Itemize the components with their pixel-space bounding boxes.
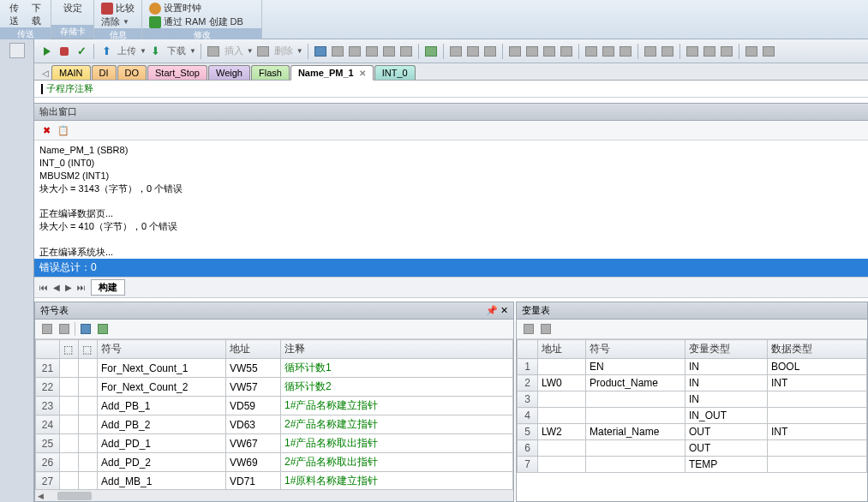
- cell-datatype[interactable]: INT: [768, 375, 867, 391]
- cell-comment[interactable]: 1#产品名称建立指针: [281, 397, 513, 415]
- card-settings[interactable]: 设定: [63, 2, 82, 15]
- insert-button[interactable]: [206, 44, 221, 59]
- build-tab[interactable]: 构建: [91, 279, 125, 296]
- nav-first[interactable]: ⏮: [39, 283, 48, 292]
- upload-button[interactable]: ⬆: [99, 44, 114, 59]
- tb-icon-9[interactable]: [465, 44, 481, 59]
- tb-icon-5[interactable]: [381, 44, 397, 59]
- cell-address[interactable]: [538, 440, 586, 457]
- transfer-download[interactable]: 下载: [29, 2, 45, 27]
- cell-datatype[interactable]: [768, 440, 867, 457]
- tab-nav-prev[interactable]: ◁: [39, 66, 51, 80]
- tb-icon-13[interactable]: [542, 44, 557, 59]
- var-tb-1[interactable]: [522, 322, 536, 336]
- cell-vartype[interactable]: IN_OUT: [685, 408, 768, 424]
- cell-address[interactable]: VD71: [226, 472, 281, 490]
- dropdown-icon[interactable]: ▼: [247, 47, 254, 55]
- table-row[interactable]: 5LW2Material_NameOUTINT: [518, 424, 867, 440]
- tab-flash[interactable]: Flash: [251, 65, 290, 80]
- col-datatype[interactable]: 数据类型: [768, 340, 867, 359]
- col-address[interactable]: 地址: [538, 340, 586, 359]
- table-row[interactable]: 27Add_MB_1VD711#原料名称建立指针: [36, 472, 513, 490]
- delete-button[interactable]: [255, 44, 271, 59]
- cell-address[interactable]: [538, 359, 586, 375]
- sym-tb-4[interactable]: [96, 322, 110, 336]
- cell-datatype[interactable]: [768, 408, 867, 424]
- set-clock-button[interactable]: 设置时钟: [149, 2, 201, 15]
- compile-button[interactable]: ✓: [74, 44, 89, 59]
- tb-icon-4[interactable]: [364, 44, 380, 59]
- table-row[interactable]: 22For_Next_Count_2VW57循环计数2: [36, 378, 513, 397]
- table-row[interactable]: 25Add_PD_1VW671#产品名称取出指针: [36, 434, 513, 453]
- col-icon1[interactable]: ⬚: [60, 340, 79, 359]
- cell-symbol[interactable]: For_Next_Count_1: [98, 359, 226, 378]
- cell-vartype[interactable]: IN: [685, 391, 768, 408]
- dropdown-icon[interactable]: ▼: [140, 47, 147, 55]
- tab-int_0[interactable]: INT_0: [374, 65, 416, 80]
- cell-address[interactable]: VD63: [226, 415, 281, 434]
- tb-icon-7[interactable]: [423, 44, 439, 59]
- cell-address[interactable]: VW57: [226, 378, 281, 397]
- tb-icon-12[interactable]: [524, 44, 540, 59]
- cell-datatype[interactable]: [768, 391, 867, 408]
- cell-address[interactable]: LW2: [538, 424, 586, 440]
- col-vartype[interactable]: 变量类型: [685, 340, 768, 359]
- cell-address[interactable]: VW69: [226, 453, 281, 472]
- tb-icon-2[interactable]: [330, 44, 345, 59]
- nav-last[interactable]: ⏭: [77, 283, 86, 292]
- sym-tb-3[interactable]: [79, 322, 93, 336]
- cell-symbol[interactable]: [586, 408, 685, 424]
- cell-comment[interactable]: 2#产品名称建立指针: [281, 415, 513, 434]
- tab-main[interactable]: MAIN: [51, 65, 91, 80]
- cell-symbol[interactable]: Material_Name: [586, 424, 685, 440]
- cell-address[interactable]: [538, 457, 586, 473]
- tab-do[interactable]: DO: [117, 65, 147, 80]
- col-rownum[interactable]: [518, 340, 538, 359]
- cell-vartype[interactable]: OUT: [685, 440, 768, 457]
- col-rownum[interactable]: [36, 340, 60, 359]
- cell-comment[interactable]: 2#产品名称取出指针: [281, 453, 513, 472]
- var-grid[interactable]: 地址 符号 变量类型 数据类型 1ENINBOOL2LW0Product_Nam…: [517, 339, 867, 501]
- tb-icon-6[interactable]: [398, 44, 414, 59]
- tab-close-icon[interactable]: ✕: [359, 69, 366, 78]
- col-comment[interactable]: 注释: [281, 340, 513, 359]
- cell-datatype[interactable]: INT: [768, 424, 867, 440]
- cell-symbol[interactable]: [586, 440, 685, 457]
- cell-symbol[interactable]: Add_PB_2: [98, 415, 226, 434]
- col-icon2[interactable]: ⬚: [79, 340, 98, 359]
- dropdown-icon[interactable]: ▼: [189, 47, 196, 55]
- nav-next[interactable]: ▶: [65, 283, 72, 292]
- compare-button[interactable]: 比较: [101, 2, 135, 15]
- table-row[interactable]: 2LW0Product_NameININT: [518, 375, 867, 391]
- comment-line[interactable]: 子程序注释: [34, 81, 868, 98]
- cell-symbol[interactable]: Add_PD_1: [98, 434, 226, 453]
- cell-comment[interactable]: 循环计数2: [281, 378, 513, 397]
- table-row[interactable]: 3IN: [518, 391, 867, 408]
- col-symbol[interactable]: 符号: [98, 340, 226, 359]
- cell-vartype[interactable]: IN: [685, 375, 768, 391]
- tb-icon-14[interactable]: [559, 44, 574, 59]
- cell-symbol[interactable]: [586, 391, 685, 408]
- cell-vartype[interactable]: IN: [685, 359, 768, 375]
- tb-icon-22[interactable]: [719, 44, 734, 59]
- cell-symbol[interactable]: Add_MB_1: [98, 472, 226, 490]
- cell-comment[interactable]: 循环计数1: [281, 359, 513, 378]
- nav-prev[interactable]: ◀: [53, 283, 60, 292]
- dropdown-icon[interactable]: ▼: [296, 47, 303, 55]
- tb-icon-11[interactable]: [507, 44, 523, 59]
- tb-icon-18[interactable]: [643, 44, 658, 59]
- close-icon[interactable]: ✕: [500, 305, 508, 315]
- tb-icon-1[interactable]: [313, 44, 328, 59]
- cell-symbol[interactable]: EN: [586, 359, 685, 375]
- tb-icon-10[interactable]: [482, 44, 498, 59]
- symbol-grid[interactable]: ⬚ ⬚ 符号 地址 注释 21For_Next_Count_1VW55循环计数1…: [35, 339, 513, 489]
- table-row[interactable]: 26Add_PD_2VW692#产品名称取出指针: [36, 453, 513, 472]
- tb-icon-24[interactable]: [761, 44, 776, 59]
- tab-name_pm_1[interactable]: Name_PM_1✕: [290, 65, 374, 81]
- cell-address[interactable]: LW0: [538, 375, 586, 391]
- run-button[interactable]: [39, 44, 55, 59]
- tb-icon-23[interactable]: [744, 44, 759, 59]
- cell-datatype[interactable]: [768, 457, 867, 473]
- cell-address[interactable]: VD59: [226, 397, 281, 415]
- col-symbol[interactable]: 符号: [586, 340, 685, 359]
